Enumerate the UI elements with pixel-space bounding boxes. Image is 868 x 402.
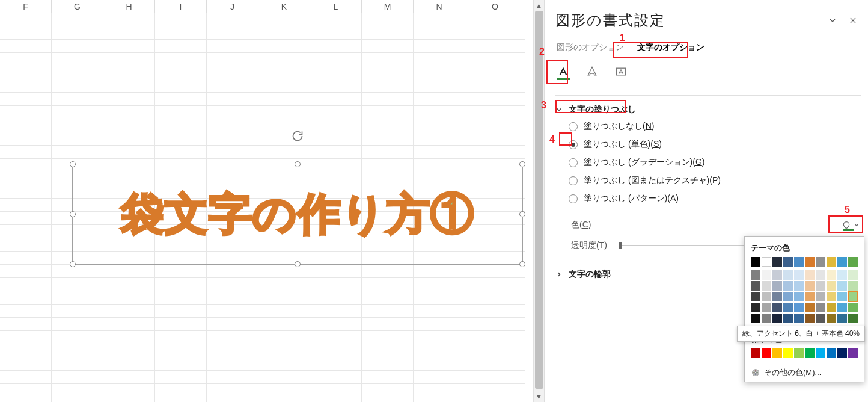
column-header[interactable]: M	[362, 0, 414, 13]
cell[interactable]	[414, 106, 465, 119]
cell[interactable]	[103, 371, 155, 384]
cell[interactable]	[362, 13, 414, 26]
resize-handle[interactable]	[519, 261, 525, 267]
color-swatch[interactable]	[751, 281, 760, 291]
cell[interactable]	[52, 53, 103, 66]
resize-handle[interactable]	[295, 261, 301, 267]
cell[interactable]	[362, 291, 414, 305]
cell[interactable]	[52, 397, 103, 402]
cell[interactable]	[465, 291, 525, 305]
cell[interactable]	[465, 79, 525, 93]
cell[interactable]	[465, 26, 525, 40]
fill-option-picture[interactable]: 塗りつぶし (図またはテクスチャ)(P)	[569, 175, 861, 186]
cell[interactable]	[103, 13, 155, 26]
cell[interactable]	[0, 159, 52, 172]
cell[interactable]	[0, 384, 52, 397]
cell[interactable]	[414, 384, 465, 397]
cell[interactable]	[362, 331, 414, 344]
cell[interactable]	[414, 132, 465, 146]
cell[interactable]	[207, 146, 258, 159]
color-swatch[interactable]	[751, 314, 760, 323]
cell[interactable]	[155, 291, 207, 305]
cell[interactable]	[0, 331, 52, 344]
color-swatch[interactable]	[794, 303, 804, 312]
color-swatch[interactable]	[816, 303, 825, 312]
column-header[interactable]: L	[310, 0, 362, 13]
cell[interactable]	[155, 344, 207, 357]
cell[interactable]	[258, 291, 310, 305]
cell[interactable]	[155, 66, 207, 79]
cell[interactable]	[414, 53, 465, 66]
resize-handle[interactable]	[295, 161, 301, 167]
cell[interactable]	[414, 291, 465, 305]
cell[interactable]	[362, 26, 414, 40]
cell[interactable]	[414, 13, 465, 26]
cell[interactable]	[414, 79, 465, 93]
cell[interactable]	[362, 397, 414, 402]
cell[interactable]	[414, 265, 465, 278]
color-swatch[interactable]	[783, 292, 793, 302]
color-swatch[interactable]	[827, 348, 836, 358]
color-swatch[interactable]	[805, 270, 815, 280]
cell[interactable]	[0, 26, 52, 40]
color-swatch[interactable]	[816, 292, 825, 302]
cell[interactable]	[310, 344, 362, 357]
cell[interactable]	[414, 66, 465, 79]
color-swatch[interactable]	[783, 303, 793, 312]
color-swatch[interactable]	[816, 281, 825, 291]
cell[interactable]	[0, 225, 52, 238]
color-swatch[interactable]	[783, 348, 793, 358]
cell[interactable]	[103, 357, 155, 371]
cell[interactable]	[207, 291, 258, 305]
cell[interactable]	[362, 119, 414, 132]
color-swatch[interactable]	[816, 257, 825, 267]
resize-handle[interactable]	[70, 261, 76, 267]
cell[interactable]	[465, 132, 525, 146]
cell[interactable]	[0, 371, 52, 384]
cell[interactable]	[310, 93, 362, 106]
cell[interactable]	[52, 132, 103, 146]
color-swatch[interactable]	[772, 303, 782, 312]
cell[interactable]	[52, 93, 103, 106]
cell[interactable]	[465, 146, 525, 159]
cell[interactable]	[258, 318, 310, 331]
fill-option-none[interactable]: 塗りつぶしなし(N)	[569, 121, 861, 132]
cell[interactable]	[155, 40, 207, 53]
resize-handle[interactable]	[70, 211, 76, 217]
cell[interactable]	[414, 40, 465, 53]
cell[interactable]	[103, 291, 155, 305]
cell[interactable]	[414, 371, 465, 384]
cell[interactable]	[207, 397, 258, 402]
cell[interactable]	[310, 305, 362, 318]
cell[interactable]	[465, 357, 525, 371]
cell[interactable]	[258, 93, 310, 106]
column-header[interactable]: J	[207, 0, 258, 13]
cell[interactable]	[155, 305, 207, 318]
cell[interactable]	[0, 252, 52, 265]
cell[interactable]	[258, 371, 310, 384]
cell[interactable]	[207, 26, 258, 40]
cell[interactable]	[103, 66, 155, 79]
tab-shape-options[interactable]: 図形のオプション	[555, 40, 625, 55]
color-swatch[interactable]	[772, 348, 782, 358]
cell[interactable]	[310, 66, 362, 79]
cell[interactable]	[52, 265, 103, 278]
cell[interactable]	[258, 305, 310, 318]
color-swatch[interactable]	[762, 281, 771, 291]
color-swatch[interactable]	[848, 314, 858, 323]
color-swatch[interactable]	[805, 257, 815, 267]
cell[interactable]	[0, 278, 52, 291]
color-swatch[interactable]	[794, 270, 804, 280]
cell[interactable]	[52, 26, 103, 40]
cell[interactable]	[207, 384, 258, 397]
color-swatch[interactable]	[848, 292, 858, 302]
close-icon[interactable]	[845, 13, 861, 28]
column-header[interactable]: G	[52, 0, 103, 13]
cell[interactable]	[103, 119, 155, 132]
cell[interactable]	[103, 132, 155, 146]
color-swatch[interactable]	[794, 257, 804, 267]
cell[interactable]	[103, 79, 155, 93]
cell[interactable]	[103, 278, 155, 291]
cell[interactable]	[362, 357, 414, 371]
cell[interactable]	[258, 106, 310, 119]
